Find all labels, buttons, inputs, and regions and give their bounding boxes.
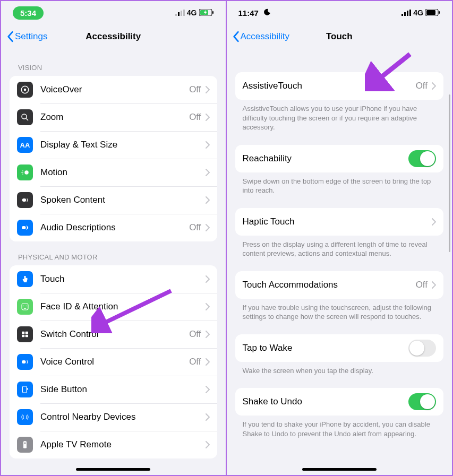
- row-touch-accommodations[interactable]: Touch Accommodations Off: [235, 271, 444, 299]
- toggle-reachability[interactable]: [408, 150, 436, 167]
- row-shake-to-undo[interactable]: Shake to Undo: [235, 388, 444, 416]
- zoom-icon: [17, 109, 33, 125]
- footer-reachability: Swipe down on the bottom edge of the scr…: [227, 172, 452, 197]
- chevron-right-icon: [206, 169, 210, 176]
- group-assistivetouch: AssistiveTouch Off: [235, 72, 444, 100]
- svg-line-10: [26, 118, 28, 120]
- svg-rect-6: [212, 11, 213, 14]
- row-value: Off: [189, 329, 201, 340]
- content-scroll[interactable]: VISION VoiceOverOffZoomOffAADisplay & Te…: [1, 52, 226, 475]
- section-header-vision: VISION: [1, 52, 226, 76]
- content-scroll[interactable]: AssistiveTouch Off AssistiveTouch allows…: [227, 52, 452, 475]
- svg-rect-27: [401, 14, 403, 16]
- row-assistivetouch[interactable]: AssistiveTouch Off: [235, 72, 444, 100]
- row-face-id-attention[interactable]: Face ID & Attention: [10, 293, 217, 321]
- group-haptic: Haptic Touch: [235, 208, 444, 236]
- row-audio-descriptions[interactable]: Audio DescriptionsOff: [10, 214, 217, 241]
- chevron-right-icon: [206, 358, 210, 366]
- row-side-button[interactable]: Side Button: [10, 376, 217, 403]
- svg-rect-2: [181, 11, 182, 16]
- tvremote-icon: [17, 437, 33, 453]
- row-spoken-content[interactable]: Spoken Content: [10, 186, 217, 214]
- svg-rect-23: [27, 388, 28, 390]
- home-indicator[interactable]: [76, 468, 150, 471]
- home-indicator[interactable]: [302, 468, 377, 471]
- row-label: Zoom: [40, 112, 189, 123]
- spoken-icon: [17, 192, 33, 208]
- row-display-text-size[interactable]: AADisplay & Text Size: [10, 131, 217, 159]
- svg-point-11: [24, 170, 29, 175]
- row-haptic-touch[interactable]: Haptic Touch: [235, 208, 444, 236]
- toggle-shake-to-undo[interactable]: [408, 393, 436, 410]
- row-reachability[interactable]: Reachability: [235, 145, 444, 172]
- svg-rect-1: [178, 12, 180, 16]
- cellular-icon: [175, 8, 185, 18]
- back-button[interactable]: Settings: [6, 31, 47, 42]
- svg-rect-0: [175, 14, 177, 16]
- svg-rect-21: [22, 360, 26, 364]
- footer-shake-to-undo: If you tend to shake your iPhone by acci…: [227, 416, 452, 440]
- svg-rect-19: [22, 335, 24, 337]
- chevron-right-icon: [432, 218, 436, 226]
- svg-rect-3: [183, 10, 185, 16]
- row-label: Side Button: [40, 384, 206, 395]
- toggle-tap-to-wake[interactable]: [408, 340, 436, 357]
- footer-touch-accommodations: If you have trouble using the touchscree…: [227, 299, 452, 324]
- cellular-icon: [401, 8, 411, 18]
- svg-rect-18: [25, 332, 28, 334]
- chevron-right-icon: [206, 331, 210, 338]
- row-label: Shake to Undo: [243, 396, 409, 407]
- group-vision: VoiceOverOffZoomOffAADisplay & Text Size…: [10, 76, 217, 241]
- chevron-left-icon: [232, 31, 240, 42]
- phone-touch: 11:47 4G Accessibility Touch: [227, 1, 452, 475]
- chevron-right-icon: [206, 386, 210, 393]
- voicecontrol-icon: [17, 354, 33, 370]
- network-label: 4G: [413, 8, 423, 17]
- voiceover-icon: [17, 82, 33, 98]
- touch-icon: [17, 271, 33, 287]
- row-value: Off: [189, 112, 201, 123]
- row-label: Motion: [40, 167, 206, 178]
- section-header-motor: PHYSICAL AND MOTOR: [1, 241, 226, 265]
- row-switch-control[interactable]: Switch ControlOff: [10, 321, 217, 348]
- row-value: Off: [416, 280, 428, 290]
- row-label: Touch Accommodations: [243, 280, 416, 290]
- svg-rect-13: [22, 226, 26, 229]
- svg-point-25: [24, 443, 26, 444]
- status-time: 11:47: [238, 8, 259, 18]
- row-control-nearby-devices[interactable]: Control Nearby Devices: [10, 403, 217, 431]
- row-label: Tap to Wake: [243, 343, 409, 353]
- chevron-right-icon: [206, 86, 210, 93]
- nearby-icon: [17, 409, 33, 425]
- group-reachability: Reachability: [235, 145, 444, 172]
- footer-assistivetouch: AssistiveTouch allows you to use your iP…: [227, 100, 452, 134]
- row-label: Control Nearby Devices: [40, 412, 206, 422]
- row-tap-to-wake[interactable]: Tap to Wake: [235, 334, 444, 362]
- row-value: Off: [189, 222, 201, 233]
- row-value: Off: [189, 84, 201, 95]
- footer-tap-to-wake: Wake the screen when you tap the display…: [227, 362, 452, 378]
- row-voiceover[interactable]: VoiceOverOff: [10, 76, 217, 103]
- back-button[interactable]: Accessibility: [232, 31, 290, 42]
- svg-rect-29: [407, 11, 408, 16]
- row-motion[interactable]: Motion: [10, 159, 217, 186]
- row-apple-tv-remote[interactable]: Apple TV Remote: [10, 431, 217, 458]
- chevron-right-icon: [206, 441, 210, 448]
- row-zoom[interactable]: ZoomOff: [10, 103, 217, 131]
- svg-rect-24: [23, 441, 27, 448]
- svg-rect-12: [22, 198, 27, 202]
- audiodesc-icon: [17, 220, 33, 236]
- network-label: 4G: [187, 8, 197, 17]
- nav-bar: Accessibility Touch: [227, 24, 452, 49]
- row-voice-control[interactable]: Voice ControlOff: [10, 348, 217, 376]
- svg-rect-30: [409, 10, 411, 16]
- do-not-disturb-icon: [264, 8, 271, 17]
- row-label: Haptic Touch: [243, 217, 432, 227]
- row-label: VoiceOver: [40, 84, 189, 95]
- svg-rect-20: [25, 335, 28, 337]
- row-touch[interactable]: Touch: [10, 265, 217, 293]
- switch-icon: [17, 326, 33, 342]
- scrollbar[interactable]: [449, 94, 450, 252]
- battery-icon: [425, 8, 440, 18]
- row-label: Touch: [40, 274, 206, 284]
